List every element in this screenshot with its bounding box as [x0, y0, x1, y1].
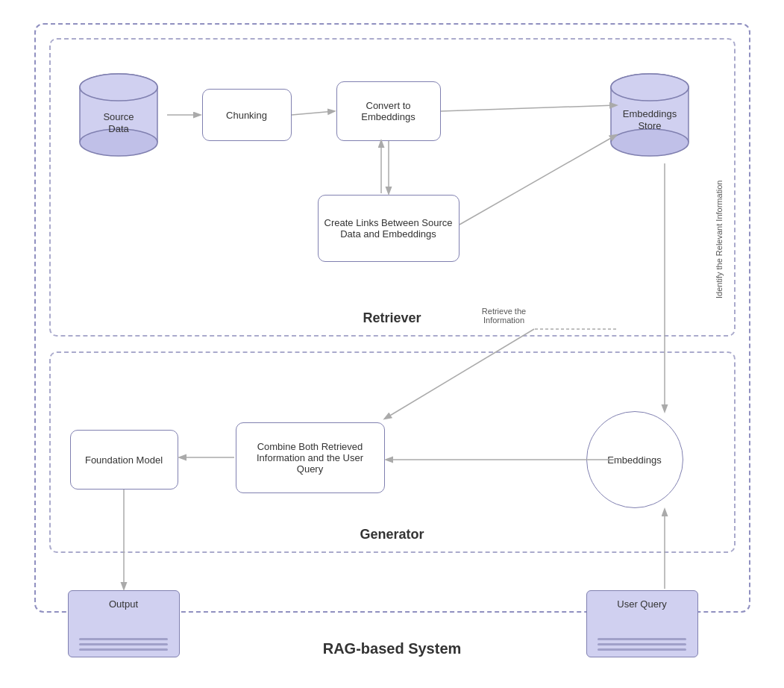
create-links-node: Create Links Between Source Data and Emb… [318, 195, 460, 262]
svg-point-13 [611, 74, 689, 101]
identify-relevant-label: Identify the Relevant Information [715, 165, 727, 314]
source-data-node: Source Data [70, 66, 167, 163]
retriever-label: Retriever [363, 310, 421, 326]
svg-text:Embeddings: Embeddings [622, 108, 677, 119]
svg-point-12 [611, 129, 689, 156]
generator-label: Generator [360, 527, 424, 542]
output-node: Output [68, 590, 180, 657]
diagram-wrapper: Retriever Generator RAG-based System Sou… [27, 16, 758, 672]
svg-text:Data: Data [108, 123, 129, 134]
svg-point-5 [80, 74, 157, 101]
foundation-model-node: Foundation Model [70, 430, 178, 490]
chunking-node: Chunking [202, 89, 292, 141]
rag-label: RAG-based System [323, 640, 462, 657]
retrieve-info-label: Retrieve theInformation [467, 307, 542, 325]
user-query-node: User Query [586, 590, 698, 657]
svg-text:Store: Store [638, 120, 661, 131]
embeddings-store-node: Embeddings Store [601, 66, 698, 163]
convert-embeddings-node: Convert to Embeddings [336, 81, 441, 141]
svg-text:Source: Source [103, 111, 134, 122]
combine-both-node: Combine Both Retrieved Information and t… [236, 422, 385, 493]
embeddings-node: Embeddings [586, 411, 683, 508]
